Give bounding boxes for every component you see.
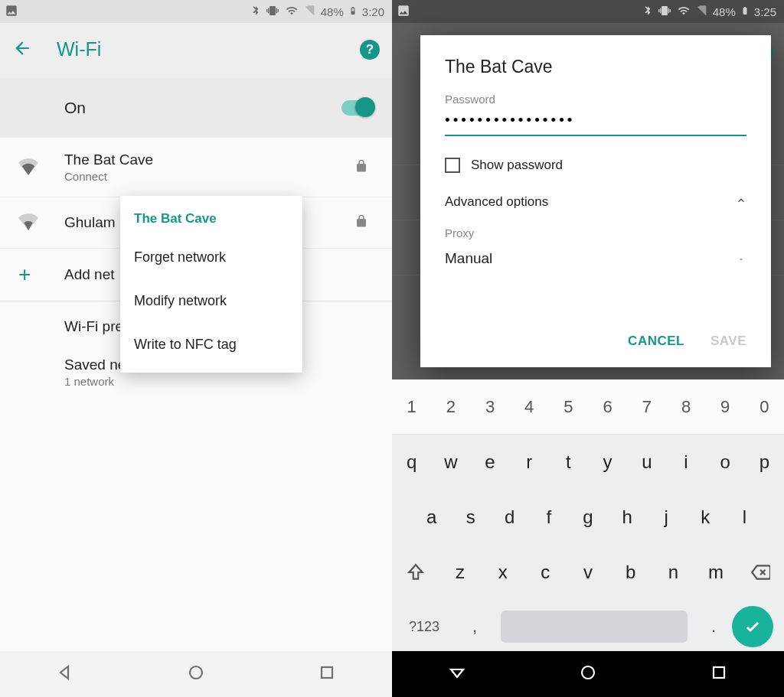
battery-percent: 48% (713, 5, 736, 18)
nosim-icon (304, 5, 316, 19)
screenshot-icon (5, 4, 18, 20)
menu-forget[interactable]: Forget network (120, 236, 302, 279)
period-key[interactable]: . (695, 617, 732, 637)
network-status: Connect (64, 170, 349, 183)
key-row-numbers: 1234567890 (392, 379, 784, 435)
proxy-dropdown[interactable]: Manual (445, 250, 746, 267)
key-l[interactable]: l (725, 506, 764, 528)
space-key[interactable] (501, 611, 688, 643)
phone-right: 48% 3:25 ? The Bat Cave Password Show pa… (392, 0, 784, 697)
svg-rect-0 (351, 11, 354, 14)
key-7[interactable]: 7 (627, 397, 666, 417)
key-6[interactable]: 6 (588, 397, 627, 417)
wifi-toggle-row[interactable]: On (0, 77, 392, 138)
nav-recent-icon[interactable] (318, 663, 336, 685)
battery-icon (348, 4, 358, 20)
svg-rect-5 (714, 667, 724, 678)
key-f[interactable]: f (529, 506, 568, 528)
key-t[interactable]: t (549, 451, 588, 473)
key-row-2: asdfghjkl (392, 490, 784, 545)
show-password-label: Show password (471, 158, 563, 173)
menu-modify[interactable]: Modify network (120, 279, 302, 323)
key-3[interactable]: 3 (470, 397, 509, 417)
nav-back-icon[interactable] (56, 663, 74, 685)
bluetooth-icon (250, 4, 261, 20)
key-2[interactable]: 2 (431, 397, 470, 417)
key-x[interactable]: x (482, 562, 524, 583)
page-title: Wi-Fi (57, 38, 360, 60)
lock-icon (354, 159, 368, 176)
phone-left: 48% 3:20 Wi-Fi ? On The Bat Cave Connect (0, 0, 392, 697)
android-nav-bar (392, 651, 784, 697)
wifi-signal-icon (18, 211, 38, 234)
cancel-button[interactable]: CANCEL (628, 334, 684, 349)
clock: 3:25 (754, 5, 776, 18)
proxy-label: Proxy (445, 226, 746, 239)
key-row-1: qwertyuiop (392, 435, 784, 490)
key-5[interactable]: 5 (549, 397, 588, 417)
key-8[interactable]: 8 (666, 397, 705, 417)
battery-icon (740, 4, 750, 20)
key-b[interactable]: b (609, 562, 652, 583)
key-9[interactable]: 9 (706, 397, 745, 417)
shift-key[interactable] (392, 562, 439, 582)
key-1[interactable]: 1 (392, 397, 431, 417)
dialog-title: The Bat Cave (445, 57, 746, 77)
key-c[interactable]: c (524, 562, 567, 583)
key-h[interactable]: h (608, 506, 647, 528)
key-v[interactable]: v (567, 562, 609, 583)
show-password-row[interactable]: Show password (445, 158, 746, 173)
key-q[interactable]: q (392, 451, 431, 473)
key-z[interactable]: z (439, 562, 482, 583)
key-k[interactable]: k (686, 506, 725, 528)
key-u[interactable]: u (627, 451, 666, 473)
key-e[interactable]: e (470, 451, 509, 473)
nav-home-icon[interactable] (187, 663, 205, 685)
key-w[interactable]: w (431, 451, 470, 473)
wifi-signal-icon (18, 156, 38, 179)
key-o[interactable]: o (706, 451, 745, 473)
show-password-checkbox[interactable] (445, 158, 460, 173)
key-n[interactable]: n (652, 562, 695, 583)
key-p[interactable]: p (745, 451, 784, 473)
key-4[interactable]: 4 (510, 397, 549, 417)
key-s[interactable]: s (451, 506, 490, 528)
status-bar: 48% 3:25 (392, 0, 784, 23)
key-0[interactable]: 0 (745, 397, 784, 417)
enter-key[interactable] (732, 606, 773, 647)
key-j[interactable]: j (647, 506, 686, 528)
key-a[interactable]: a (412, 506, 451, 528)
vibrate-icon (658, 5, 671, 19)
backspace-key[interactable] (737, 562, 784, 582)
nav-recent-icon[interactable] (710, 663, 728, 685)
help-icon[interactable]: ? (360, 40, 380, 60)
menu-write-nfc[interactable]: Write to NFC tag (120, 323, 302, 366)
svg-point-2 (190, 666, 202, 679)
svg-rect-1 (351, 8, 354, 11)
key-y[interactable]: y (588, 451, 627, 473)
comma-key[interactable]: , (456, 617, 493, 637)
key-g[interactable]: g (568, 506, 607, 528)
wifi-connect-dialog: The Bat Cave Password Show password Adva… (420, 35, 771, 367)
wifi-status-icon (284, 5, 299, 19)
key-d[interactable]: d (490, 506, 529, 528)
lock-icon (354, 214, 368, 231)
wifi-switch[interactable] (341, 100, 374, 116)
battery-percent: 48% (321, 5, 344, 18)
back-icon[interactable] (12, 38, 32, 61)
toolbar: Wi-Fi ? (0, 23, 392, 77)
network-row[interactable]: The Bat Cave Connect (0, 138, 392, 197)
symbols-key[interactable]: ?123 (392, 619, 456, 635)
network-context-menu: The Bat Cave Forget network Modify netwo… (120, 196, 302, 373)
wifi-toggle-label: On (64, 99, 341, 117)
password-label: Password (445, 93, 746, 106)
nav-home-icon[interactable] (579, 663, 597, 685)
advanced-options-row[interactable]: Advanced options (445, 194, 746, 210)
save-button[interactable]: SAVE (710, 334, 746, 349)
svg-point-4 (582, 666, 594, 679)
password-input[interactable] (445, 106, 746, 136)
nav-hide-keyboard-icon[interactable] (448, 663, 466, 685)
key-i[interactable]: i (666, 451, 705, 473)
key-r[interactable]: r (510, 451, 549, 473)
key-m[interactable]: m (694, 562, 737, 583)
